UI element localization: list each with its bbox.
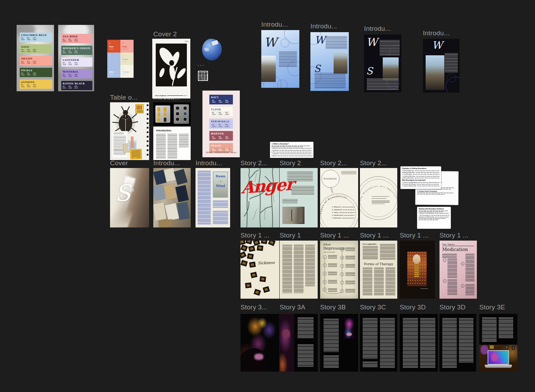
frame-label-cover[interactable]: Cover — [110, 159, 128, 167]
film-slide — [245, 241, 252, 244]
kicker-taboo: The Taboo — [442, 243, 455, 245]
frame-label-story3b[interactable]: Story 3B — [320, 304, 346, 311]
meta-label: RGB — [219, 112, 222, 113]
landscape-photo — [261, 56, 276, 82]
frame-cover-2[interactable]: 2024 Seven Siphons Vol.1 — [152, 39, 190, 99]
frame-label-story1-depression[interactable]: Story 1 ... — [320, 232, 349, 239]
frame-label-story3a[interactable]: Story 3A — [280, 304, 305, 311]
color-swatch: TEA ROSE HEX RGB CMYK — [61, 34, 92, 43]
frame-label-story1-cover[interactable]: Story 1 ... — [241, 232, 270, 239]
step-3: 3 — [323, 272, 327, 276]
frame-label-story1-medication[interactable]: Story 1 ... — [439, 232, 469, 239]
frame-cover-waterfall[interactable]: S 01 — [110, 168, 149, 227]
frame-label-story3d-1[interactable]: Story 3D — [400, 304, 426, 311]
frame-label-introduction[interactable]: Introdu... — [153, 159, 180, 167]
list-line — [372, 198, 386, 199]
blue-bag-photo[interactable] — [202, 39, 222, 60]
frame-label-introduction[interactable]: Introdu... — [310, 22, 337, 30]
design-canvas[interactable]: COLUMBIA BLUE HEX RGB CMYK SAGE HEX RGB … — [0, 0, 535, 392]
collapsed-frame-label[interactable]: ... — [198, 61, 204, 67]
frame-introduction-dark-2[interactable]: W — [423, 39, 460, 93]
term: Intellectual Boundary: — [403, 176, 416, 177]
frame-color-grid[interactable]: Red Pink Blue Beige Cream — [107, 40, 134, 78]
frame-label-introduction[interactable]: Introdu... — [423, 29, 450, 37]
frame-story3d-2[interactable] — [439, 314, 476, 372]
frame-label-introduction[interactable]: Introdu... — [261, 21, 288, 28]
frame-introduction-dark-1[interactable]: W S — [364, 35, 401, 92]
frame-label-story1[interactable]: Story 1 — [280, 232, 301, 239]
frame-label-story2[interactable]: Story 2 — [280, 159, 301, 167]
card-paragraph — [272, 146, 310, 146]
boundary-violations-card[interactable]: Dealing with Boundary Violations Reinfor… — [417, 207, 451, 229]
qr-code[interactable] — [198, 71, 208, 81]
color-swatch: LAVENDER HEX RGB CMYK — [61, 57, 92, 67]
pill-empty — [164, 118, 166, 122]
meta-label: RGB — [219, 124, 222, 125]
term: Emotional Boundary: — [403, 172, 415, 173]
frame-label-story2-why[interactable]: Story 2... — [360, 159, 387, 167]
frame-story1-painting[interactable] — [400, 241, 435, 299]
frame-story1-medication[interactable]: The Taboo Medication 1 2 3 4 — [439, 241, 477, 299]
boundary-definition-card[interactable]: 1. What's a Boundary? Physical: Emotiona… — [270, 142, 314, 158]
frame-introduction-gothic[interactable]: Dawn & Wind — [196, 168, 230, 227]
body-text — [326, 36, 347, 49]
frame-introduction-pills[interactable]: introduction. — [153, 102, 191, 160]
frame-label-story1-painting[interactable]: Story 1 ... — [400, 232, 429, 239]
frame-label-story3d-2[interactable]: Story 3D — [439, 304, 466, 311]
frame-label-story2-cover[interactable]: Story 2... — [241, 159, 268, 167]
frame-introduction-blue-1[interactable]: W — [261, 30, 299, 88]
text-block — [298, 317, 314, 339]
drop-cap-w: W — [432, 40, 443, 50]
frame-story3-cover[interactable] — [241, 314, 279, 372]
meta-label: HEX — [212, 137, 216, 138]
caption-text — [213, 200, 228, 208]
color-swatch-maroon: MAROON HEX RGB CMYK — [209, 131, 233, 141]
meta-label: RGB — [27, 38, 30, 39]
meta-label: RGB — [69, 51, 72, 52]
frame-introduction-blue-2[interactable]: W S — [310, 32, 349, 91]
frame-navy-palette[interactable]: NAVY HEX RGB CMYK CLOUD HEX RGB CMYK PER… — [202, 91, 240, 157]
frame-story1-cover[interactable]: Sickness — [241, 241, 279, 299]
text-column — [447, 279, 457, 295]
drop-cap-s: S — [314, 64, 320, 74]
frame-label-story3c[interactable]: Story 3C — [360, 304, 386, 311]
frame-story1-therapy[interactable]: As a supporter... Forms of Therapy — [360, 241, 397, 299]
boundary-examples-card[interactable]: Examples of Setting Boundaries Physical … — [400, 166, 441, 189]
frame-label-introduction[interactable]: Introdu... — [364, 25, 391, 32]
frame-story3b[interactable] — [320, 314, 358, 372]
film-slide — [268, 241, 275, 246]
body-text — [367, 78, 399, 90]
frame-palette-card-2[interactable]: TEA ROSE HEX RGB CMYK HOOKER'S GREEN HEX… — [58, 25, 94, 91]
frame-label-story3-cover[interactable]: Story 3... — [241, 304, 268, 311]
frame-table-of-contents[interactable] — [110, 102, 149, 160]
frame-palette-card-1[interactable]: COLUMBIA BLUE HEX RGB CMYK SAGE HEX RGB … — [17, 25, 54, 91]
body-text — [445, 53, 458, 73]
frame-story1-text[interactable] — [280, 241, 318, 299]
frame-label-story1-therapy[interactable]: Story 1 ... — [360, 232, 389, 239]
color-swatch: RAISIN BLACK HEX RGB CMYK — [61, 81, 92, 90]
term: Protects Your Well-Being — [403, 182, 417, 183]
meta-label: CMYK — [74, 74, 78, 75]
book — [177, 202, 190, 220]
meta-label: HEX — [212, 112, 216, 113]
frame-story3e[interactable] — [479, 314, 517, 372]
frame-story2-why[interactable]: Why Boundaries Are Important — [360, 168, 397, 227]
frame-story3c[interactable] — [360, 314, 397, 372]
pill — [164, 112, 166, 117]
frame-story1-depression[interactable]: What Depression can Look like 1 2 3 4 5 … — [320, 241, 358, 299]
frame-introduction-books[interactable] — [153, 168, 191, 227]
list-heading — [114, 133, 124, 134]
frame-label-story3e[interactable]: Story 3E — [479, 304, 505, 311]
frame-label-cover2[interactable]: Cover 2 — [153, 30, 177, 38]
frame-story2-boundaries[interactable]: Boundaries. Types of Boundaries 1. Physi… — [320, 168, 358, 227]
swatch-meta: HEX RGB CMYK — [63, 86, 91, 88]
frame-story3a[interactable] — [280, 314, 318, 372]
text-column — [386, 268, 395, 295]
color-swatch-navy: NAVY HEX RGB CMYK — [209, 95, 233, 104]
meta-label: HEX — [21, 73, 25, 74]
film-slide — [247, 253, 254, 260]
frame-label-table-of-contents[interactable]: Table o... — [110, 94, 137, 101]
frame-story3d-1[interactable] — [400, 314, 438, 372]
frame-label-story2-types[interactable]: Story 2... — [320, 159, 347, 167]
frame-label-introduction[interactable]: Introdu... — [196, 159, 222, 167]
